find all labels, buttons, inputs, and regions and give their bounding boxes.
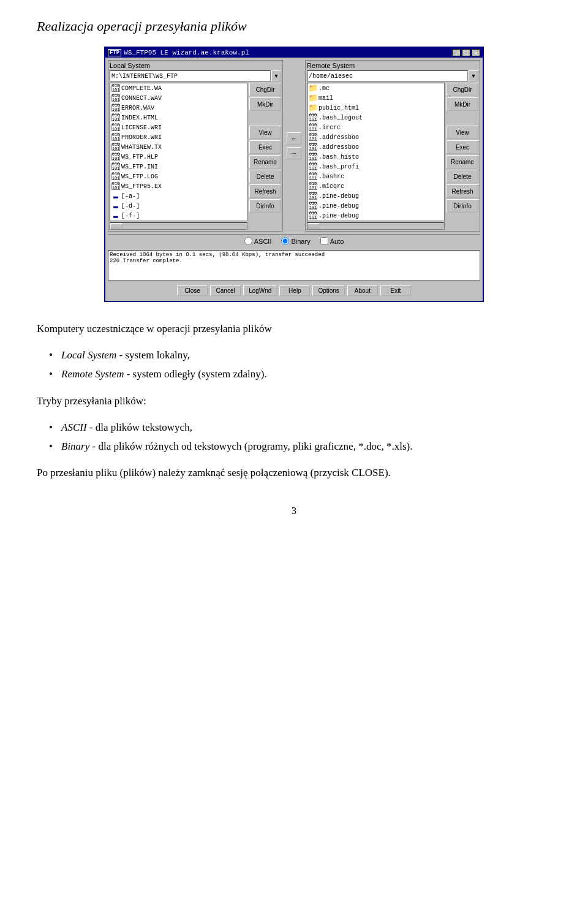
- remote-exec-button[interactable]: Exec: [447, 140, 478, 154]
- close-window-button[interactable]: ✕: [472, 49, 480, 56]
- remote-scrollbar-x[interactable]: [307, 222, 445, 230]
- help-button[interactable]: Help: [279, 285, 310, 296]
- remote-file-item[interactable]: 010101 .addressboo: [307, 132, 444, 142]
- log-line-2: 226 Transfer complete.: [110, 258, 478, 264]
- transfer-left-button[interactable]: ←: [287, 132, 301, 145]
- remote-rename-button[interactable]: Rename: [447, 155, 478, 168]
- page-title: Realizacja operacji przesyłania plików: [37, 18, 551, 34]
- local-exec-button[interactable]: Exec: [249, 140, 281, 154]
- binary-term: Binary: [61, 440, 89, 452]
- minimize-button[interactable]: _: [452, 49, 461, 56]
- remote-mkdir-button[interactable]: MkDir: [447, 97, 478, 111]
- ascii-bullet: ASCII - dla plików tekstowych,: [49, 419, 551, 436]
- remote-folder-item[interactable]: 📁 public_html: [307, 103, 444, 113]
- local-file-item[interactable]: 010101 WHATSNEW.TX: [110, 142, 247, 152]
- ftp-log: Received 1064 bytes in 0.1 secs, (98.04 …: [108, 250, 480, 281]
- remote-panel: Remote System ▼ 📁 .mc: [305, 60, 480, 232]
- cancel-button[interactable]: Cancel: [210, 285, 241, 296]
- local-file-item[interactable]: 010101 INDEX.HTML: [110, 113, 247, 123]
- remote-file-item[interactable]: 010101 .micqrc: [307, 181, 444, 191]
- remote-system-term: Remote System: [61, 368, 124, 380]
- main-content: Komputery uczestniczące w operacji przes…: [37, 320, 551, 481]
- local-scrollbar-x[interactable]: [110, 222, 247, 230]
- local-rename-button[interactable]: Rename: [249, 155, 281, 168]
- local-path-dropdown[interactable]: ▼: [271, 70, 281, 81]
- remote-dirinfo-button[interactable]: DirInfo: [447, 199, 478, 213]
- remote-folder-item[interactable]: 📁 mail: [307, 93, 444, 103]
- local-file-item[interactable]: 010101 WS_FTP95.EX: [110, 181, 247, 191]
- remote-chgdir-button[interactable]: ChgDir: [447, 83, 478, 96]
- transfer-right-button[interactable]: →: [287, 147, 301, 159]
- local-panel-buttons: ChgDir MkDir View Exec Rename Delete Ref…: [249, 83, 281, 230]
- close-session-button[interactable]: Close: [177, 285, 208, 296]
- remote-system-desc: - system odległy (system zdalny).: [124, 368, 266, 380]
- local-mkdir-button[interactable]: MkDir: [249, 97, 281, 111]
- ftp-window-title: WS_FTP95 LE wizard.ae.krakow.pl: [124, 49, 249, 56]
- about-button[interactable]: About: [347, 285, 378, 296]
- remote-file-item[interactable]: 010101 .pine-debug: [307, 191, 444, 201]
- remote-file-item[interactable]: 010101 .bash_logout: [307, 113, 444, 123]
- local-file-item[interactable]: 010101 WS_FTP.LOG: [110, 172, 247, 181]
- local-folder-item[interactable]: ▬ [-a-]: [110, 191, 247, 201]
- remote-file-item[interactable]: 010101 .bashrc: [307, 172, 444, 181]
- auto-option[interactable]: Auto: [320, 237, 344, 245]
- local-folder-item[interactable]: ▬ [-d-]: [110, 201, 247, 211]
- local-file-list-container[interactable]: 010101 COMPLETE.WA 010101 CONNECT.WAV 01…: [110, 83, 247, 221]
- local-path-input[interactable]: [110, 70, 271, 81]
- local-system-term: Local System: [61, 349, 116, 361]
- local-panel: Local System ▼ 010101 COMPLETE.WA: [108, 60, 283, 232]
- local-system-desc: - system lokalny,: [116, 349, 190, 361]
- ftp-logo: FTP: [108, 49, 121, 56]
- local-view-button[interactable]: View: [249, 126, 281, 139]
- local-folder-item[interactable]: ▬ [-f-]: [110, 211, 247, 221]
- local-file-item[interactable]: 010101 WS_FTP.HLP: [110, 152, 247, 162]
- binary-label: Binary: [291, 238, 310, 245]
- system-list: Local System - system lokalny, Remote Sy…: [49, 347, 551, 382]
- exit-button[interactable]: Exit: [380, 285, 411, 296]
- remote-panel-buttons: ChgDir MkDir View Exec Rename Delete Ref…: [447, 83, 478, 230]
- local-refresh-button[interactable]: Refresh: [249, 184, 281, 198]
- local-file-item[interactable]: 010101 CONNECT.WAV: [110, 93, 247, 103]
- ftp-window: FTP WS_FTP95 LE wizard.ae.krakow.pl _ □ …: [104, 47, 484, 302]
- local-file-item[interactable]: 010101 LICENSE.WRI: [110, 123, 247, 132]
- ftp-bottom-buttons: Close Cancel LogWnd Help Options About E…: [108, 283, 480, 298]
- remote-view-button[interactable]: View: [447, 126, 478, 139]
- log-line-1: Received 1064 bytes in 0.1 secs, (98.04 …: [110, 252, 478, 258]
- intro-text: Komputery uczestniczące w operacji przes…: [37, 320, 551, 337]
- remote-file-item[interactable]: 010101 .pine-debug: [307, 201, 444, 211]
- remote-path-input[interactable]: [307, 70, 468, 81]
- local-file-item[interactable]: 010101 WS_FTP.INI: [110, 162, 247, 172]
- local-file-item[interactable]: 010101 PRORDER.WRI: [110, 132, 247, 142]
- local-chgdir-button[interactable]: ChgDir: [249, 83, 281, 96]
- binary-bullet: Binary - dla plików różnych od tekstowyc…: [49, 438, 551, 455]
- local-spacer: [249, 112, 281, 124]
- remote-file-item[interactable]: 010101 .addressboo: [307, 142, 444, 152]
- remote-spacer: [447, 112, 478, 124]
- local-system-bullet: Local System - system lokalny,: [49, 347, 551, 363]
- ftp-titlebar: FTP WS_FTP95 LE wizard.ae.krakow.pl _ □ …: [105, 48, 483, 58]
- transfer-mode-list: ASCII - dla plików tekstowych, Binary - …: [49, 419, 551, 455]
- maximize-button[interactable]: □: [462, 49, 470, 56]
- binary-desc: - dla plików różnych od tekstowych (prog…: [89, 440, 412, 452]
- logwnd-button[interactable]: LogWnd: [243, 285, 277, 296]
- closing-text: Po przesłaniu pliku (plików) należy zamk…: [37, 464, 551, 481]
- binary-option[interactable]: Binary: [281, 237, 310, 245]
- remote-file-list-container[interactable]: 📁 .mc 📁 mail 📁 public_html: [307, 83, 445, 221]
- options-button[interactable]: Options: [312, 285, 344, 296]
- ascii-term: ASCII: [61, 421, 87, 433]
- remote-file-item[interactable]: 010101 .ircrc: [307, 123, 444, 132]
- local-file-item[interactable]: 010101 COMPLETE.WA: [110, 83, 247, 93]
- local-dirinfo-button[interactable]: DirInfo: [249, 199, 281, 213]
- remote-file-item[interactable]: 010101 .bash_histo: [307, 152, 444, 162]
- remote-file-item[interactable]: 📁 .mc: [307, 83, 444, 93]
- ascii-label: ASCII: [254, 238, 272, 245]
- remote-delete-button[interactable]: Delete: [447, 170, 478, 183]
- ascii-option[interactable]: ASCII: [244, 237, 272, 245]
- remote-refresh-button[interactable]: Refresh: [447, 184, 478, 198]
- remote-path-dropdown[interactable]: ▼: [469, 70, 478, 81]
- remote-file-item[interactable]: 010101 .bash_profi: [307, 162, 444, 172]
- local-file-item[interactable]: 010101 ERROR.WAV: [110, 103, 247, 113]
- local-delete-button[interactable]: Delete: [249, 170, 281, 183]
- remote-file-item[interactable]: 010101 .pine-debug: [307, 211, 444, 221]
- local-panel-label: Local System: [110, 62, 281, 69]
